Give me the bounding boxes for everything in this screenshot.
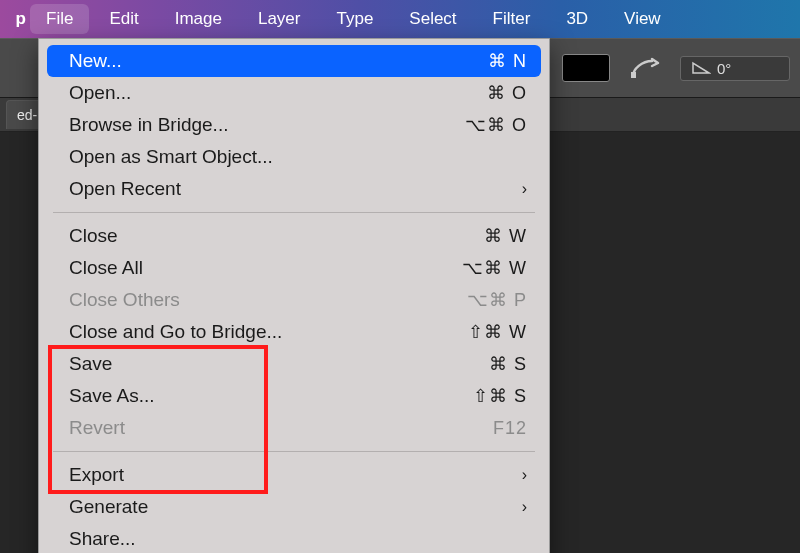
menu-layer[interactable]: Layer [240, 0, 319, 38]
menu-item-shortcut: ⌘ O [417, 82, 527, 104]
menu-item-export[interactable]: Export› [39, 459, 549, 491]
menu-separator [53, 212, 535, 213]
menu-item-label: Close Others [69, 289, 417, 311]
menu-filter[interactable]: Filter [475, 0, 549, 38]
menu-item-label: Open... [69, 82, 417, 104]
svg-rect-0 [631, 72, 636, 78]
menu-select[interactable]: Select [391, 0, 474, 38]
menu-item-revert: RevertF12 [39, 412, 549, 444]
menu-item-label: Close All [69, 257, 417, 279]
menu-item-open[interactable]: Open...⌘ O [39, 77, 549, 109]
menu-item-shortcut: ⇧⌘ S [417, 385, 527, 407]
menu-item-new[interactable]: New...⌘ N [47, 45, 541, 77]
chevron-right-icon: › [509, 180, 527, 198]
menu-item-open-recent[interactable]: Open Recent› [39, 173, 549, 205]
app-name-fragment: p [0, 0, 28, 38]
menu-view[interactable]: View [606, 0, 679, 38]
chevron-right-icon: › [509, 498, 527, 516]
angle-icon [691, 61, 711, 75]
menu-3d[interactable]: 3D [548, 0, 606, 38]
menu-item-label: Export [69, 464, 509, 486]
menu-item-close[interactable]: Close⌘ W [39, 220, 549, 252]
menu-item-share[interactable]: Share... [39, 523, 549, 553]
menu-item-label: New... [69, 50, 417, 72]
menu-item-label: Browse in Bridge... [69, 114, 417, 136]
menu-edit[interactable]: Edit [91, 0, 156, 38]
stroke-color-swatch[interactable] [562, 54, 610, 82]
color-sampler-icon[interactable] [628, 54, 662, 82]
menu-item-open-smart[interactable]: Open as Smart Object... [39, 141, 549, 173]
file-menu-dropdown: New...⌘ NOpen...⌘ OBrowse in Bridge...⌥⌘… [38, 38, 550, 553]
rotation-angle-input[interactable] [717, 60, 757, 77]
menu-item-save-as[interactable]: Save As...⇧⌘ S [39, 380, 549, 412]
menubar: p FileEditImageLayerTypeSelectFilter3DVi… [0, 0, 800, 38]
menu-item-shortcut: ⌘ N [417, 50, 527, 72]
menu-item-shortcut: ⌘ S [417, 353, 527, 375]
menu-item-label: Open Recent [69, 178, 509, 200]
menu-file[interactable]: File [30, 4, 89, 34]
menu-item-label: Open as Smart Object... [69, 146, 527, 168]
menu-item-shortcut: F12 [417, 418, 527, 439]
menu-item-label: Share... [69, 528, 527, 550]
menu-image[interactable]: Image [157, 0, 240, 38]
menu-item-close-all[interactable]: Close All⌥⌘ W [39, 252, 549, 284]
menu-item-label: Close [69, 225, 417, 247]
menu-type[interactable]: Type [318, 0, 391, 38]
rotation-angle-field[interactable] [680, 56, 790, 81]
menu-item-close-bridge[interactable]: Close and Go to Bridge...⇧⌘ W [39, 316, 549, 348]
menu-item-shortcut: ⌥⌘ W [417, 257, 527, 279]
menu-item-generate[interactable]: Generate› [39, 491, 549, 523]
menu-item-label: Close and Go to Bridge... [69, 321, 417, 343]
menu-item-shortcut: ⇧⌘ W [417, 321, 527, 343]
menu-separator [53, 451, 535, 452]
chevron-right-icon: › [509, 466, 527, 484]
menu-item-save[interactable]: Save⌘ S [39, 348, 549, 380]
menu-item-label: Save [69, 353, 417, 375]
menu-item-browse-bridge[interactable]: Browse in Bridge...⌥⌘ O [39, 109, 549, 141]
menu-item-label: Save As... [69, 385, 417, 407]
menu-item-label: Generate [69, 496, 509, 518]
menu-item-shortcut: ⌥⌘ O [417, 114, 527, 136]
menu-item-label: Revert [69, 417, 417, 439]
menu-item-shortcut: ⌘ W [417, 225, 527, 247]
menu-item-shortcut: ⌥⌘ P [417, 289, 527, 311]
menu-item-close-others: Close Others⌥⌘ P [39, 284, 549, 316]
